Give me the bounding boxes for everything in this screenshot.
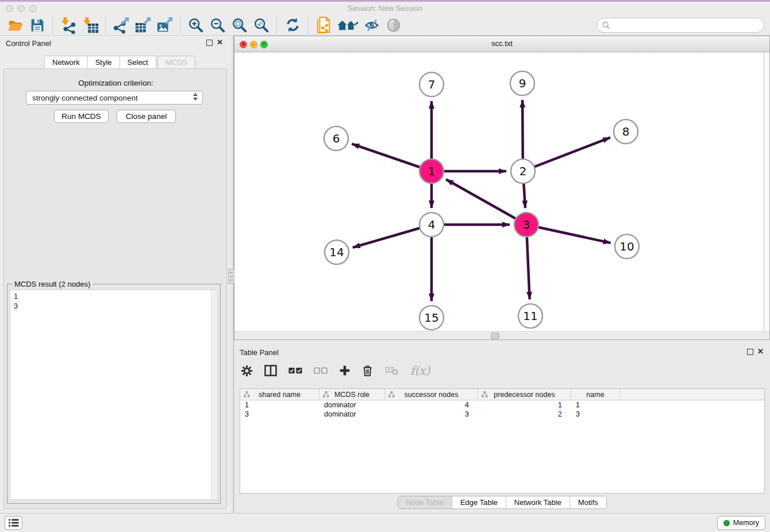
table-panel-float-button[interactable] [747,349,753,355]
run-mcds-button[interactable]: Run MCDS [54,110,109,123]
open-file-icon[interactable] [6,16,25,34]
column-header-predecessor-nodes[interactable]: predecessor nodes [478,389,571,400]
task-history-button[interactable] [5,516,22,530]
toolbar-separator [105,17,106,34]
svg-text:7: 7 [428,78,436,91]
network-vertical-scrollbar[interactable] [764,52,769,331]
svg-text:14: 14 [329,245,344,259]
select-stepper-icon [193,93,198,101]
graph-node-2[interactable]: 2 [511,159,535,183]
import-network-icon[interactable] [59,16,78,34]
zoom-in-icon[interactable] [186,16,206,34]
mcds-result-scrollbar[interactable] [211,290,217,499]
table-panel-header: Table Panel ✕ [234,345,770,360]
column-header-name[interactable]: name [571,389,620,400]
graph-node-10[interactable]: 10 [615,234,639,259]
tab-edge-table[interactable]: Edge Table [452,496,506,508]
render-mode-icon[interactable] [384,16,403,34]
app-close-button[interactable] [6,5,13,12]
zoom-out-icon[interactable] [208,16,228,34]
tab-mcds[interactable]: MCDS [157,56,195,69]
network-window-bottom-strip [234,331,769,340]
network-canvas[interactable]: 7968124314101511 [234,52,764,337]
toolbar-separator [276,17,278,34]
graph-node-7[interactable]: 7 [419,72,444,97]
save-session-icon[interactable] [28,16,47,34]
graph-node-11[interactable]: 11 [518,304,542,328]
table-row[interactable]: 1 dominator 4 1 1 [240,400,764,410]
export-network-icon[interactable] [111,16,131,34]
hide-selected-icon[interactable] [362,16,382,34]
network-from-file-icon[interactable] [314,16,333,34]
zoom-selected-icon[interactable] [252,16,271,34]
control-panel-float-button[interactable] [206,40,213,46]
optimization-criterion-value: strongly connected component [32,94,138,102]
app-minimize-button[interactable] [18,5,25,12]
graph-edge-3-1[interactable] [446,179,526,225]
table-settings-icon[interactable] [241,365,253,377]
select-all-icon[interactable] [288,367,302,374]
network-close-button[interactable]: ✕ [240,41,247,48]
tab-select[interactable]: Select [120,56,156,69]
close-panel-button[interactable]: Close panel [117,110,176,123]
svg-text:8: 8 [622,125,630,138]
memory-button[interactable]: Memory [717,516,765,530]
export-image-icon[interactable] [155,16,175,34]
tab-node-table[interactable]: Node Table [398,496,452,508]
column-header-mcds-role[interactable]: MCDS role [319,389,385,400]
delete-column-icon[interactable] [362,365,373,377]
network-minimize-button[interactable]: – [250,41,257,48]
graph-node-14[interactable]: 14 [325,240,349,264]
app-title: Session: New Session [0,2,770,15]
add-column-icon[interactable] [339,365,351,376]
tab-network-table[interactable]: Network Table [506,496,570,508]
node-table: shared name MCDS role successor nodes [240,388,765,494]
table-panel-close-button[interactable]: ✕ [757,347,764,356]
search-input[interactable] [596,18,764,33]
column-header-successor-nodes[interactable]: successor nodes [385,389,478,400]
graph-node-4[interactable]: 4 [419,213,444,237]
delete-table-icon[interactable] [384,366,399,376]
import-table-icon[interactable] [80,16,100,34]
graph-node-1[interactable]: 1 [419,159,444,183]
first-neighbors-icon[interactable] [336,16,360,34]
table-columns-icon[interactable] [264,365,277,376]
control-panel: Control Panel ✕ Network Style Select MCD… [0,36,232,513]
graph-node-8[interactable]: 8 [614,119,638,144]
tab-style[interactable]: Style [88,56,120,69]
horizontal-splitter-grip[interactable] [491,333,499,339]
optimization-criterion-select[interactable]: strongly connected component [26,91,203,105]
zoom-fit-icon[interactable] [230,16,249,34]
toolbar-separator [307,17,309,34]
function-builder-icon[interactable]: f(x) [410,364,430,377]
control-panel-tabs: Network Style Select MCDS [44,56,195,69]
graph-node-15[interactable]: 15 [419,306,444,330]
hierarchy-icon [323,391,329,398]
svg-text:15: 15 [424,311,438,325]
svg-text:3: 3 [523,218,530,232]
table-panel-title: Table Panel [240,348,279,357]
tab-network[interactable]: Network [44,56,88,69]
vertical-splitter-grip[interactable] [228,269,234,284]
graph-node-3[interactable]: 3 [514,213,538,237]
mcds-result-text[interactable]: 1 3 [10,290,218,500]
app-zoom-button[interactable] [29,5,36,12]
graph-node-6[interactable]: 6 [324,126,348,151]
network-zoom-button[interactable]: + [260,41,268,48]
node-table-header: shared name MCDS role successor nodes [240,389,764,400]
graph-edge-2-8[interactable] [523,137,610,171]
export-table-icon[interactable] [133,16,153,34]
column-header-shared-name[interactable]: shared name [240,389,319,400]
tab-motifs[interactable]: Motifs [570,496,606,508]
control-panel-close-button[interactable]: ✕ [217,38,223,47]
mcds-result-group: MCDS result (2 nodes) 1 3 [7,284,221,504]
table-row[interactable]: 3 dominator 3 2 3 [240,410,764,419]
search-icon [602,21,611,30]
graph-node-9[interactable]: 9 [510,71,534,95]
graph-edge-3-10[interactable] [526,225,611,243]
memory-status-icon [723,520,730,526]
table-panel: Table Panel ✕ [234,345,770,513]
refresh-icon[interactable] [283,16,302,34]
deselect-all-icon[interactable] [314,367,328,374]
table-toolbar: f(x) [241,358,430,383]
